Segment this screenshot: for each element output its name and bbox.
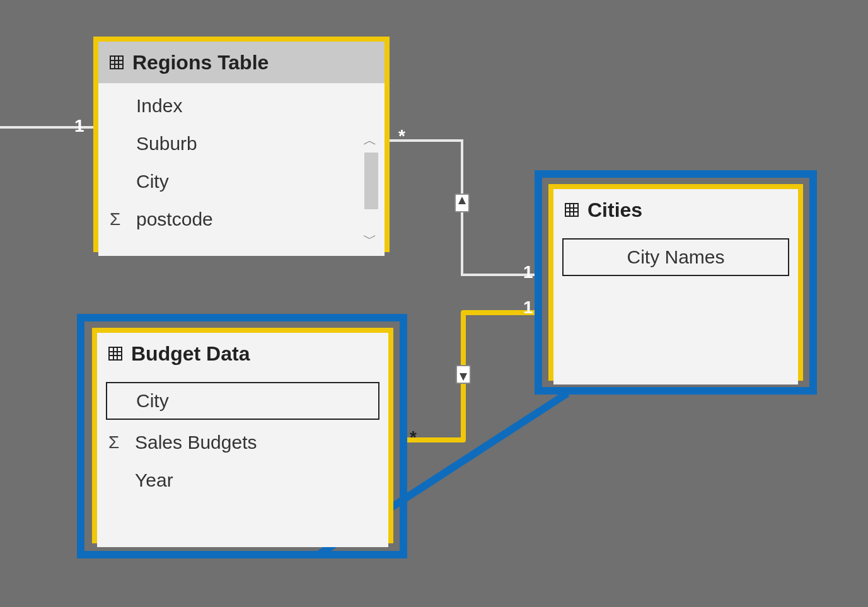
table-icon [108, 347, 122, 361]
cardinality-one: 1 [74, 116, 84, 136]
cardinality-one: 1 [523, 262, 533, 282]
field-list: City Names [553, 231, 798, 384]
scroll-up-icon[interactable]: ︿ [363, 131, 377, 150]
field-item[interactable]: Year [97, 461, 388, 499]
svg-rect-2 [456, 366, 470, 383]
field-item[interactable]: Index [98, 87, 385, 125]
field-item[interactable]: City Names [562, 238, 789, 276]
table-title: Cities [587, 199, 642, 222]
field-item[interactable]: Suburb [98, 125, 385, 163]
svg-rect-0 [455, 194, 469, 212]
field-item[interactable]: Σpostcode [98, 200, 385, 238]
cardinality-many: * [398, 126, 405, 146]
model-canvas[interactable]: { "tables": { "regions": { "title": "Reg… [0, 0, 868, 607]
table-icon [110, 55, 124, 69]
sigma-icon: Σ [110, 209, 120, 229]
field-item[interactable]: City [98, 163, 385, 200]
sigma-icon: Σ [108, 432, 119, 453]
table-header-budget[interactable]: Budget Data [97, 333, 388, 374]
scroll-thumb[interactable] [364, 153, 378, 209]
table-budget[interactable]: Budget Data City ΣSales Budgets Year [92, 328, 393, 543]
scroll-down-icon[interactable]: ﹀ [363, 229, 377, 248]
field-list: City ΣSales Budgets Year [97, 374, 388, 547]
table-title: Regions Table [132, 51, 269, 74]
field-list: Index Suburb City Σpostcode ︿ ﹀ [98, 83, 385, 256]
table-icon [565, 203, 579, 217]
table-regions[interactable]: Regions Table Index Suburb City Σpostcod… [93, 37, 390, 252]
field-item[interactable]: ΣSales Budgets [97, 424, 388, 461]
svg-marker-1 [458, 197, 466, 204]
table-title: Budget Data [131, 342, 250, 366]
svg-marker-3 [460, 373, 467, 381]
table-header-regions[interactable]: Regions Table [98, 42, 385, 83]
cardinality-many: * [410, 427, 417, 448]
table-header-cities[interactable]: Cities [553, 189, 798, 231]
cardinality-one: 1 [523, 298, 533, 318]
field-item[interactable]: City [106, 382, 379, 420]
table-cities[interactable]: Cities City Names [548, 184, 803, 381]
